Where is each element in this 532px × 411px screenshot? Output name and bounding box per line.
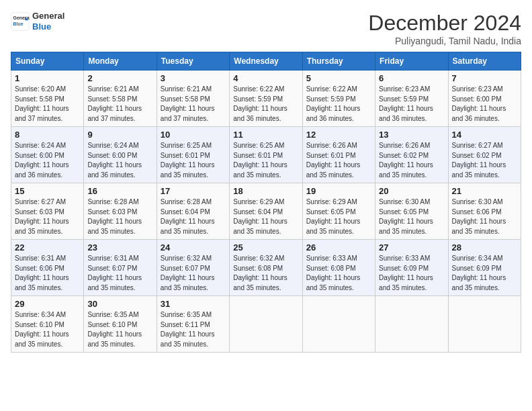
calendar-cell: 31Sunrise: 6:35 AMSunset: 6:11 PMDayligh… (157, 296, 229, 353)
day-info: Sunrise: 6:21 AMSunset: 5:58 PMDaylight:… (161, 85, 226, 124)
day-number: 13 (379, 130, 444, 140)
day-number: 30 (87, 299, 152, 309)
logo: General Blue General Blue (11, 11, 64, 32)
day-number: 25 (233, 242, 298, 253)
svg-text:Blue: Blue (13, 21, 24, 26)
calendar-week-row: 22Sunrise: 6:31 AMSunset: 6:06 PMDayligh… (11, 240, 521, 296)
weekday-header: Thursday (302, 52, 375, 71)
calendar-cell (302, 296, 375, 353)
weekday-row: SundayMondayTuesdayWednesdayThursdayFrid… (11, 52, 521, 71)
calendar-cell: 24Sunrise: 6:32 AMSunset: 6:07 PMDayligh… (157, 240, 229, 296)
calendar-cell: 7Sunrise: 6:23 AMSunset: 6:00 PMDaylight… (448, 71, 521, 127)
weekday-header: Tuesday (157, 52, 229, 71)
day-number: 8 (15, 130, 80, 140)
day-number: 23 (87, 242, 152, 253)
day-number: 29 (15, 299, 80, 309)
title-block: December 2024 Puliyangudi, Tamil Nadu, I… (368, 11, 521, 46)
day-info: Sunrise: 6:28 AMSunset: 6:04 PMDaylight:… (161, 197, 226, 236)
day-info: Sunrise: 6:24 AMSunset: 6:00 PMDaylight:… (87, 141, 152, 180)
day-number: 26 (306, 242, 371, 253)
day-info: Sunrise: 6:35 AMSunset: 6:10 PMDaylight:… (87, 310, 152, 349)
day-number: 10 (161, 130, 226, 140)
day-number: 24 (161, 242, 226, 253)
calendar-table: SundayMondayTuesdayWednesdayThursdayFrid… (11, 52, 521, 353)
day-number: 1 (15, 73, 80, 83)
calendar-cell: 25Sunrise: 6:32 AMSunset: 6:08 PMDayligh… (230, 240, 302, 296)
calendar-cell (448, 296, 521, 353)
weekday-header: Monday (84, 52, 157, 71)
day-number: 22 (15, 242, 80, 253)
day-info: Sunrise: 6:35 AMSunset: 6:11 PMDaylight:… (161, 310, 226, 349)
calendar-cell: 26Sunrise: 6:33 AMSunset: 6:08 PMDayligh… (302, 240, 375, 296)
day-info: Sunrise: 6:33 AMSunset: 6:09 PMDaylight:… (379, 254, 444, 293)
day-number: 20 (379, 186, 444, 196)
calendar-cell: 18Sunrise: 6:29 AMSunset: 6:04 PMDayligh… (230, 183, 302, 240)
calendar-cell: 8Sunrise: 6:24 AMSunset: 6:00 PMDaylight… (11, 127, 84, 183)
day-info: Sunrise: 6:30 AMSunset: 6:06 PMDaylight:… (452, 197, 517, 236)
calendar-cell: 13Sunrise: 6:26 AMSunset: 6:02 PMDayligh… (375, 127, 448, 183)
calendar-cell: 6Sunrise: 6:23 AMSunset: 5:59 PMDaylight… (375, 71, 448, 127)
weekday-header: Friday (375, 52, 448, 71)
day-info: Sunrise: 6:27 AMSunset: 6:02 PMDaylight:… (452, 141, 517, 180)
day-number: 31 (161, 299, 226, 309)
calendar-cell (230, 296, 302, 353)
weekday-header: Saturday (448, 52, 521, 71)
day-info: Sunrise: 6:32 AMSunset: 6:07 PMDaylight:… (161, 254, 226, 293)
day-number: 21 (452, 186, 517, 196)
calendar-cell: 30Sunrise: 6:35 AMSunset: 6:10 PMDayligh… (84, 296, 157, 353)
calendar-cell: 3Sunrise: 6:21 AMSunset: 5:58 PMDaylight… (157, 71, 229, 127)
day-info: Sunrise: 6:32 AMSunset: 6:08 PMDaylight:… (233, 254, 298, 293)
day-info: Sunrise: 6:26 AMSunset: 6:02 PMDaylight:… (379, 141, 444, 180)
month-title: December 2024 (368, 11, 521, 36)
day-number: 27 (379, 242, 444, 253)
calendar-cell: 15Sunrise: 6:27 AMSunset: 6:03 PMDayligh… (11, 183, 84, 240)
day-number: 17 (161, 186, 226, 196)
calendar-cell: 2Sunrise: 6:21 AMSunset: 5:58 PMDaylight… (84, 71, 157, 127)
day-info: Sunrise: 6:29 AMSunset: 6:04 PMDaylight:… (233, 197, 298, 236)
day-number: 19 (306, 186, 371, 196)
calendar-cell: 11Sunrise: 6:25 AMSunset: 6:01 PMDayligh… (230, 127, 302, 183)
logo-text: General Blue (32, 11, 64, 32)
day-number: 16 (87, 186, 152, 196)
calendar-week-row: 1Sunrise: 6:20 AMSunset: 5:58 PMDaylight… (11, 71, 521, 127)
calendar-cell: 27Sunrise: 6:33 AMSunset: 6:09 PMDayligh… (375, 240, 448, 296)
day-info: Sunrise: 6:31 AMSunset: 6:07 PMDaylight:… (87, 254, 152, 293)
day-info: Sunrise: 6:26 AMSunset: 6:01 PMDaylight:… (306, 141, 371, 180)
calendar-cell: 16Sunrise: 6:28 AMSunset: 6:03 PMDayligh… (84, 183, 157, 240)
day-number: 11 (233, 130, 298, 140)
day-number: 6 (379, 73, 444, 83)
day-number: 14 (452, 130, 517, 140)
calendar-cell: 4Sunrise: 6:22 AMSunset: 5:59 PMDaylight… (230, 71, 302, 127)
day-info: Sunrise: 6:22 AMSunset: 5:59 PMDaylight:… (306, 85, 371, 124)
day-info: Sunrise: 6:24 AMSunset: 6:00 PMDaylight:… (15, 141, 80, 180)
calendar-cell: 1Sunrise: 6:20 AMSunset: 5:58 PMDaylight… (11, 71, 84, 127)
day-info: Sunrise: 6:23 AMSunset: 5:59 PMDaylight:… (379, 85, 444, 124)
day-number: 7 (452, 73, 517, 83)
day-number: 2 (87, 73, 152, 83)
day-info: Sunrise: 6:28 AMSunset: 6:03 PMDaylight:… (87, 197, 152, 236)
day-number: 15 (15, 186, 80, 196)
calendar-cell: 10Sunrise: 6:25 AMSunset: 6:01 PMDayligh… (157, 127, 229, 183)
day-info: Sunrise: 6:25 AMSunset: 6:01 PMDaylight:… (233, 141, 298, 180)
day-info: Sunrise: 6:21 AMSunset: 5:58 PMDaylight:… (87, 85, 152, 124)
logo-icon: General Blue (11, 12, 30, 31)
day-info: Sunrise: 6:33 AMSunset: 6:08 PMDaylight:… (306, 254, 371, 293)
day-number: 4 (233, 73, 298, 83)
weekday-header: Sunday (11, 52, 84, 71)
calendar-cell: 14Sunrise: 6:27 AMSunset: 6:02 PMDayligh… (448, 127, 521, 183)
calendar-cell: 28Sunrise: 6:34 AMSunset: 6:09 PMDayligh… (448, 240, 521, 296)
calendar-body: 1Sunrise: 6:20 AMSunset: 5:58 PMDaylight… (11, 71, 521, 353)
day-info: Sunrise: 6:23 AMSunset: 6:00 PMDaylight:… (452, 85, 517, 124)
calendar-cell: 5Sunrise: 6:22 AMSunset: 5:59 PMDaylight… (302, 71, 375, 127)
day-number: 12 (306, 130, 371, 140)
calendar-header: SundayMondayTuesdayWednesdayThursdayFrid… (11, 52, 521, 71)
day-info: Sunrise: 6:27 AMSunset: 6:03 PMDaylight:… (15, 197, 80, 236)
calendar-week-row: 15Sunrise: 6:27 AMSunset: 6:03 PMDayligh… (11, 183, 521, 240)
day-info: Sunrise: 6:29 AMSunset: 6:05 PMDaylight:… (306, 197, 371, 236)
day-info: Sunrise: 6:20 AMSunset: 5:58 PMDaylight:… (15, 85, 80, 124)
weekday-header: Wednesday (230, 52, 302, 71)
day-number: 3 (161, 73, 226, 83)
day-info: Sunrise: 6:34 AMSunset: 6:10 PMDaylight:… (15, 310, 80, 349)
calendar-cell: 12Sunrise: 6:26 AMSunset: 6:01 PMDayligh… (302, 127, 375, 183)
calendar-cell: 19Sunrise: 6:29 AMSunset: 6:05 PMDayligh… (302, 183, 375, 240)
